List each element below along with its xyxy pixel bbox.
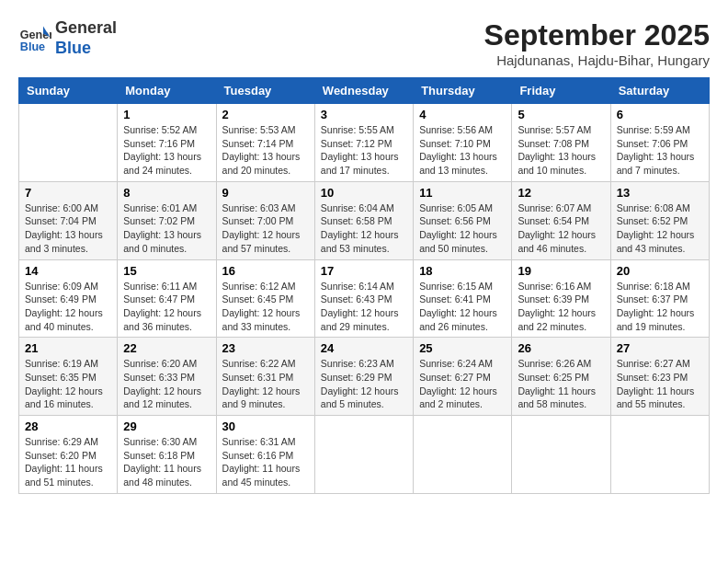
day-info: Sunrise: 6:24 AMSunset: 6:27 PMDaylight:… (419, 357, 506, 411)
calendar-cell: 4Sunrise: 5:56 AMSunset: 7:10 PMDaylight… (414, 104, 512, 182)
calendar-header-wednesday: Wednesday (314, 78, 413, 104)
calendar-cell: 18Sunrise: 6:15 AMSunset: 6:41 PMDayligh… (414, 259, 512, 338)
calendar-header-thursday: Thursday (414, 78, 512, 104)
calendar-header-saturday: Saturday (610, 78, 709, 104)
day-info: Sunrise: 6:03 AMSunset: 7:00 PMDaylight:… (222, 201, 309, 256)
calendar-header-monday: Monday (118, 78, 216, 104)
calendar-cell: 26Sunrise: 6:26 AMSunset: 6:25 PMDayligh… (512, 338, 610, 416)
svg-text:Blue: Blue (20, 40, 45, 52)
day-info: Sunrise: 6:09 AMSunset: 6:49 PMDaylight:… (25, 280, 111, 334)
logo-blue: Blue (55, 39, 91, 57)
calendar-cell: 30Sunrise: 6:31 AMSunset: 6:16 PMDayligh… (216, 416, 314, 494)
calendar-cell: 23Sunrise: 6:22 AMSunset: 6:31 PMDayligh… (216, 338, 314, 416)
location: Hajdunanas, Hajdu-Bihar, Hungary (484, 52, 710, 68)
day-number: 9 (222, 186, 309, 200)
day-number: 20 (617, 264, 703, 278)
day-info: Sunrise: 6:04 AMSunset: 6:58 PMDaylight:… (321, 201, 407, 256)
day-number: 26 (518, 341, 604, 355)
calendar-cell: 28Sunrise: 6:29 AMSunset: 6:20 PMDayligh… (19, 416, 118, 494)
day-info: Sunrise: 5:56 AMSunset: 7:10 PMDaylight:… (419, 123, 506, 178)
calendar-header-tuesday: Tuesday (216, 78, 314, 104)
day-number: 12 (518, 186, 604, 200)
day-info: Sunrise: 6:27 AMSunset: 6:23 PMDaylight:… (617, 357, 703, 411)
day-info: Sunrise: 5:57 AMSunset: 7:08 PMDaylight:… (518, 123, 604, 178)
day-info: Sunrise: 6:23 AMSunset: 6:29 PMDaylight:… (321, 357, 407, 411)
calendar-cell: 19Sunrise: 6:16 AMSunset: 6:39 PMDayligh… (512, 259, 610, 338)
calendar-cell (610, 416, 709, 494)
calendar-cell (414, 416, 512, 494)
calendar-cell: 24Sunrise: 6:23 AMSunset: 6:29 PMDayligh… (314, 338, 413, 416)
calendar-cell: 16Sunrise: 6:12 AMSunset: 6:45 PMDayligh… (216, 259, 314, 338)
day-number: 3 (321, 108, 407, 121)
calendar-cell: 11Sunrise: 6:05 AMSunset: 6:56 PMDayligh… (414, 181, 512, 259)
day-number: 11 (419, 186, 506, 200)
day-info: Sunrise: 6:18 AMSunset: 6:37 PMDaylight:… (617, 280, 703, 334)
calendar-cell: 6Sunrise: 5:59 AMSunset: 7:06 PMDaylight… (610, 104, 709, 182)
calendar-header-sunday: Sunday (19, 78, 118, 104)
day-info: Sunrise: 5:52 AMSunset: 7:16 PMDaylight:… (123, 123, 210, 178)
day-number: 27 (617, 341, 703, 355)
calendar-cell: 29Sunrise: 6:30 AMSunset: 6:18 PMDayligh… (118, 416, 216, 494)
calendar-cell: 14Sunrise: 6:09 AMSunset: 6:49 PMDayligh… (19, 259, 118, 338)
day-info: Sunrise: 6:07 AMSunset: 6:54 PMDaylight:… (518, 201, 604, 256)
calendar-table: SundayMondayTuesdayWednesdayThursdayFrid… (18, 77, 710, 494)
calendar-cell (314, 416, 413, 494)
day-number: 13 (617, 186, 703, 200)
calendar-cell: 22Sunrise: 6:20 AMSunset: 6:33 PMDayligh… (118, 338, 216, 416)
day-number: 15 (123, 264, 210, 278)
day-number: 24 (321, 341, 407, 355)
calendar-cell: 1Sunrise: 5:52 AMSunset: 7:16 PMDaylight… (118, 104, 216, 182)
logo-general: General (55, 18, 117, 37)
day-info: Sunrise: 6:01 AMSunset: 7:02 PMDaylight:… (123, 201, 210, 256)
calendar-cell: 25Sunrise: 6:24 AMSunset: 6:27 PMDayligh… (414, 338, 512, 416)
calendar-cell: 9Sunrise: 6:03 AMSunset: 7:00 PMDaylight… (216, 181, 314, 259)
calendar-cell: 27Sunrise: 6:27 AMSunset: 6:23 PMDayligh… (610, 338, 709, 416)
calendar-cell: 8Sunrise: 6:01 AMSunset: 7:02 PMDaylight… (118, 181, 216, 259)
calendar-cell: 12Sunrise: 6:07 AMSunset: 6:54 PMDayligh… (512, 181, 610, 259)
day-info: Sunrise: 6:15 AMSunset: 6:41 PMDaylight:… (419, 280, 506, 334)
calendar-week-5: 28Sunrise: 6:29 AMSunset: 6:20 PMDayligh… (19, 416, 710, 494)
logo: General Blue General Blue (18, 18, 117, 58)
day-number: 28 (25, 419, 111, 433)
calendar-cell: 10Sunrise: 6:04 AMSunset: 6:58 PMDayligh… (314, 181, 413, 259)
day-info: Sunrise: 6:16 AMSunset: 6:39 PMDaylight:… (518, 280, 604, 334)
logo-icon: General Blue (18, 22, 51, 55)
calendar-week-1: 1Sunrise: 5:52 AMSunset: 7:16 PMDaylight… (19, 104, 710, 182)
calendar-cell: 21Sunrise: 6:19 AMSunset: 6:35 PMDayligh… (19, 338, 118, 416)
day-number: 4 (419, 108, 506, 121)
day-info: Sunrise: 6:26 AMSunset: 6:25 PMDaylight:… (518, 357, 604, 411)
day-info: Sunrise: 6:00 AMSunset: 7:04 PMDaylight:… (25, 201, 111, 256)
calendar-header-friday: Friday (512, 78, 610, 104)
calendar-cell: 5Sunrise: 5:57 AMSunset: 7:08 PMDaylight… (512, 104, 610, 182)
day-number: 22 (123, 341, 210, 355)
calendar-cell (512, 416, 610, 494)
day-info: Sunrise: 6:31 AMSunset: 6:16 PMDaylight:… (222, 435, 309, 489)
page-header: General Blue General Blue September 2025… (18, 18, 710, 68)
title-block: September 2025 Hajdunanas, Hajdu-Bihar, … (484, 18, 710, 68)
calendar-cell (19, 104, 118, 182)
calendar-cell: 3Sunrise: 5:55 AMSunset: 7:12 PMDaylight… (314, 104, 413, 182)
calendar-cell: 2Sunrise: 5:53 AMSunset: 7:14 PMDaylight… (216, 104, 314, 182)
day-info: Sunrise: 5:53 AMSunset: 7:14 PMDaylight:… (222, 123, 309, 178)
day-number: 25 (419, 341, 506, 355)
calendar-cell: 20Sunrise: 6:18 AMSunset: 6:37 PMDayligh… (610, 259, 709, 338)
day-info: Sunrise: 6:20 AMSunset: 6:33 PMDaylight:… (123, 357, 210, 411)
day-number: 7 (25, 186, 111, 200)
calendar-week-4: 21Sunrise: 6:19 AMSunset: 6:35 PMDayligh… (19, 338, 710, 416)
day-number: 16 (222, 264, 309, 278)
calendar-cell: 13Sunrise: 6:08 AMSunset: 6:52 PMDayligh… (610, 181, 709, 259)
day-number: 29 (123, 419, 210, 433)
day-info: Sunrise: 6:19 AMSunset: 6:35 PMDaylight:… (25, 357, 111, 411)
day-number: 23 (222, 341, 309, 355)
day-number: 10 (321, 186, 407, 200)
day-number: 18 (419, 264, 506, 278)
day-info: Sunrise: 6:29 AMSunset: 6:20 PMDaylight:… (25, 435, 111, 489)
day-info: Sunrise: 6:11 AMSunset: 6:47 PMDaylight:… (123, 280, 210, 334)
day-number: 8 (123, 186, 210, 200)
day-info: Sunrise: 6:08 AMSunset: 6:52 PMDaylight:… (617, 201, 703, 256)
logo-text: General Blue (55, 18, 117, 58)
day-number: 19 (518, 264, 604, 278)
day-number: 6 (617, 108, 703, 121)
day-number: 30 (222, 419, 309, 433)
calendar-cell: 15Sunrise: 6:11 AMSunset: 6:47 PMDayligh… (118, 259, 216, 338)
